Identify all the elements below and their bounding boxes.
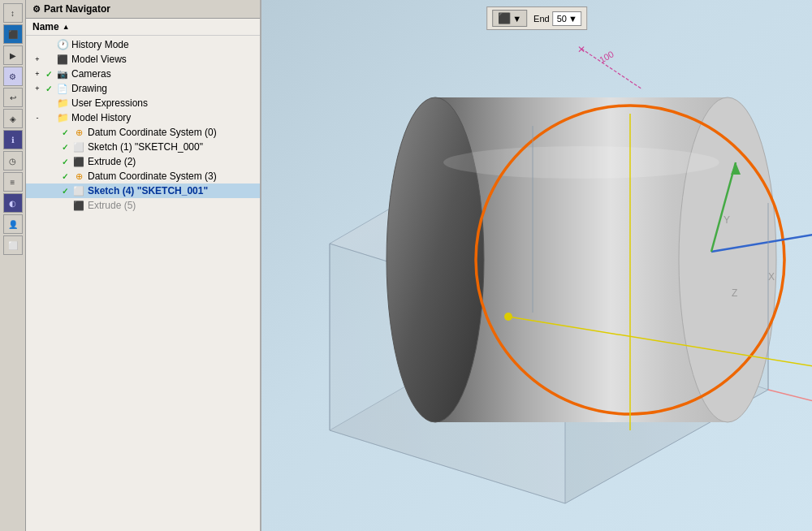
dropdown-arrow[interactable]: ▼: [568, 14, 577, 24]
folder-icon: 📁: [55, 112, 70, 123]
check-icon: [42, 97, 55, 109]
tree-item-sketch-1[interactable]: ✓⬜Sketch (1) "SKETCH_000": [26, 140, 260, 154]
coord-icon: ⊕: [71, 171, 86, 182]
check-icon: ✓: [58, 156, 71, 167]
item-label: Sketch (4) "SKETCH_001": [88, 185, 208, 196]
navigator-title: ⚙ Part Navigator: [26, 0, 260, 19]
toolbar-btn-1[interactable]: ↕: [3, 3, 23, 23]
check-icon: ✓: [42, 68, 55, 80]
svg-point-7: [443, 146, 719, 179]
check-icon: ✓: [58, 127, 71, 138]
item-label: History Mode: [71, 39, 129, 50]
end-value: 50: [557, 14, 567, 24]
item-label: User Expressions: [71, 97, 148, 109]
expand-icon: [49, 201, 58, 210]
check-icon: ✓: [58, 171, 71, 182]
model-views-icon: ⬛: [55, 54, 70, 65]
expand-icon: [49, 186, 58, 196]
view-cube-dropdown[interactable]: ▼: [512, 14, 521, 24]
tree-item-datum-coord-3[interactable]: ✓⊕Datum Coordinate System (3): [26, 169, 260, 183]
svg-point-5: [679, 97, 776, 422]
tree-item-user-expressions[interactable]: 📁User Expressions: [26, 96, 260, 110]
tree-item-model-history[interactable]: -📁Model History: [26, 110, 260, 125]
expand-icon: [49, 127, 58, 137]
item-label: Drawing: [71, 83, 107, 94]
item-label: Datum Coordinate System (0): [88, 127, 217, 138]
toolbar-btn-2[interactable]: ⬛: [3, 24, 23, 44]
sketch-icon: ⬜: [71, 141, 86, 153]
expand-icon[interactable]: -: [32, 113, 42, 123]
item-label: Extrude (2): [88, 156, 136, 167]
end-value-dropdown[interactable]: 50 ▼: [553, 11, 581, 26]
tree-item-model-views[interactable]: +⬛Model Views: [26, 52, 260, 67]
expand-icon: [49, 142, 58, 152]
extrude-icon: ⬛: [71, 156, 86, 167]
svg-text:100: 100: [598, 49, 615, 65]
column-name-label: Name: [32, 21, 59, 32]
toolbar-btn-7[interactable]: ℹ: [3, 130, 23, 149]
tree-item-history-mode[interactable]: 🕐History Mode: [26, 37, 260, 52]
check-icon: ✓: [58, 141, 71, 153]
expand-icon: [32, 98, 42, 108]
cameras-icon: 📷: [55, 68, 70, 80]
sort-icon[interactable]: ▲: [63, 23, 70, 31]
viewport-toolbar: ⬛ ▼ End 50 ▼: [486, 6, 587, 30]
item-label: Cameras: [71, 68, 111, 80]
item-label: Model Views: [71, 54, 127, 65]
extrude-icon: ⬛: [71, 200, 86, 211]
viewport: ⬛ ▼ End 50 ▼: [261, 0, 812, 531]
toolbar-btn-5[interactable]: ↩: [3, 88, 23, 107]
svg-text:✕: ✕: [577, 44, 585, 55]
drawing-icon: 📄: [55, 83, 70, 94]
navigator-title-label: Part Navigator: [44, 3, 110, 15]
scene-3d: Z X Y 100 ✕: [261, 0, 812, 531]
toolbar-btn-6[interactable]: ◈: [3, 109, 23, 128]
tree-item-extrude-5[interactable]: ⬛Extrude (5): [26, 198, 260, 213]
expand-icon[interactable]: +: [32, 54, 42, 64]
toolbar-btn-12[interactable]: ⬜: [3, 235, 23, 255]
check-icon: ✓: [42, 83, 55, 94]
toolbar-btn-8[interactable]: ◷: [3, 151, 23, 171]
gear-icon: ⚙: [32, 4, 41, 15]
left-toolbar: ↕ ⬛ ▶ ⚙ ↩ ◈ ℹ ◷ ≡ ◐ 👤 ⬜: [0, 0, 26, 531]
end-label: End: [533, 14, 550, 24]
folder-icon: 📁: [55, 97, 70, 109]
toolbar-btn-11[interactable]: 👤: [3, 214, 23, 234]
tree-item-datum-coord-0[interactable]: ✓⊕Datum Coordinate System (0): [26, 125, 260, 140]
svg-text:Z: Z: [732, 287, 737, 299]
toolbar-btn-4[interactable]: ⚙: [3, 67, 23, 86]
check-icon: [42, 112, 55, 123]
tree-item-cameras[interactable]: +✓📷Cameras: [26, 67, 260, 81]
expand-icon[interactable]: +: [32, 69, 42, 79]
svg-point-6: [387, 97, 484, 422]
toolbar-btn-3[interactable]: ▶: [3, 45, 23, 65]
svg-line-26: [768, 390, 812, 414]
tree-item-extrude-2[interactable]: ✓⬛Extrude (2): [26, 154, 260, 169]
history-mode-icon: 🕐: [55, 39, 70, 50]
expand-icon: [49, 157, 58, 166]
check-icon: [42, 54, 55, 65]
toolbar-btn-10[interactable]: ◐: [3, 193, 23, 213]
tree-item-sketch-4[interactable]: ✓⬜Sketch (4) "SKETCH_001": [26, 183, 260, 198]
coord-icon: ⊕: [71, 127, 86, 138]
navigator-panel: ⚙ Part Navigator Name ▲ 🕐History Mode+⬛M…: [26, 0, 261, 531]
view-cube-btn[interactable]: ⬛ ▼: [492, 10, 527, 27]
tree-body: 🕐History Mode+⬛Model Views+✓📷Cameras+✓📄D…: [26, 36, 260, 531]
expand-icon: [49, 171, 58, 181]
expand-icon[interactable]: +: [32, 84, 42, 93]
check-icon: [42, 39, 55, 50]
svg-text:X: X: [768, 271, 775, 283]
item-label: Model History: [71, 112, 131, 123]
item-label: Datum Coordinate System (3): [88, 171, 217, 182]
toolbar-btn-9[interactable]: ≡: [3, 172, 23, 192]
item-label: Extrude (5): [88, 200, 136, 211]
check-icon: ✓: [58, 185, 71, 196]
tree-header: Name ▲: [26, 19, 260, 36]
sketch-icon: ⬜: [71, 185, 86, 196]
check-icon: [58, 200, 71, 211]
view-cube-icon: ⬛: [498, 12, 511, 24]
svg-text:Y: Y: [723, 214, 730, 226]
expand-icon: [32, 40, 42, 50]
tree-item-drawing[interactable]: +✓📄Drawing: [26, 81, 260, 96]
item-label: Sketch (1) "SKETCH_000": [88, 141, 203, 153]
